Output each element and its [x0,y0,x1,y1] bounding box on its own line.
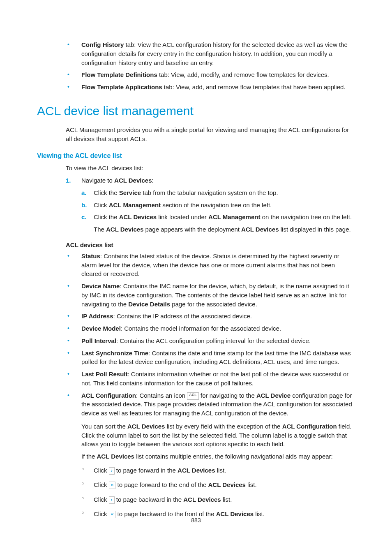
text: The [94,226,106,233]
text: page appears with the deployment [143,226,241,233]
text: Click the [94,189,119,196]
bold-label: IP Address [81,313,113,320]
text: Click [94,496,109,503]
text: You can sort the [81,423,127,430]
bold-label: ACL Devices [216,510,254,517]
acl-config-icon: ACL [187,392,199,400]
page-end-icon: » [109,482,116,489]
text: tab from the tabular navigation system o… [141,189,278,196]
alpha-list: Click the Service tab from the tabular n… [81,188,355,234]
list-item: Click › to page forward in the ACL Devic… [81,465,355,476]
bold-label: ACL Devices [241,226,279,233]
bold-label: ACL Configuration [81,392,136,399]
text: for navigating to the [199,392,256,399]
bold-label: Device Model [81,325,121,332]
sort-paragraph: You can sort the ACL Devices list by eve… [81,422,355,449]
list-item: Poll Interval: Contains the ACL configur… [66,336,355,345]
text: to page forward in the [115,467,178,474]
text: : Contains an icon [136,392,187,399]
text: : [152,177,153,184]
list-item: Flow Template Definitions tab: View, add… [66,70,355,79]
bold-label: ACL Devices [208,481,246,488]
text: list by every field with the exception o… [165,423,282,430]
bold-label: Device Name [81,283,120,290]
text: list contains multiple entries, the foll… [134,453,333,460]
list-item: Last Poll Result: Contains information w… [66,370,355,388]
numbered-list: Navigate to ACL Devices: Click the Servi… [66,176,355,234]
list-item: Click » to page forward to the end of th… [81,480,355,490]
document-page: Config History tab: View the ACL configu… [0,0,392,533]
heading-1: ACL device list management [37,104,355,118]
text: Click [94,510,109,517]
text: page for the associated device. [170,301,257,308]
nav-aids-list: Click › to page forward in the ACL Devic… [81,465,355,519]
text: If the [81,453,97,460]
nav-paragraph: If the ACL Devices list contains multipl… [81,452,355,461]
bold-label: ACL Devices [97,453,134,460]
intro-sub: To view the ACL devices list: [66,164,355,173]
list-item: ACL Configuration: Contains an icon ACL … [66,391,355,461]
list-item: Status: Contains the latest status of th… [66,252,355,278]
bold-label: ACL Configuration [282,423,337,430]
bold-label: Service [119,189,141,196]
bold-label: ACL Devices [178,467,215,474]
text: : Contains the model information for the… [121,325,281,332]
list-item: Last Synchronize Time: Contains the date… [66,349,355,367]
list-item: Click ‹ to page backward in the ACL Devi… [81,494,355,505]
text: Click [94,202,109,209]
page-forward-icon: › [109,467,115,475]
text: list. [254,510,265,517]
fields-list: Status: Contains the latest status of th… [66,252,355,461]
text: list displayed in this page. [279,226,351,233]
bold-label: ACL Devices [127,423,165,430]
heading-4: ACL devices list [66,241,355,248]
intro-paragraph: ACL Management provides you with a singl… [66,125,355,144]
text: on the navigation tree on the left. [260,213,352,220]
list-item: Click the ACL Devices link located under… [81,213,355,234]
text: Click [94,481,109,488]
bold-label: ACL Management [208,213,260,220]
text: list. [215,467,226,474]
text: to page backward in the [115,496,184,503]
bold-label: Config History [81,41,124,48]
page-backward-icon: ‹ [109,496,115,504]
list-item: Device Model: Contains the model informa… [66,324,355,333]
text: to page forward to the end of the [115,481,208,488]
heading-3: Viewing the ACL device list [37,152,355,160]
text: Click [94,467,109,474]
list-item: Navigate to ACL Devices: Click the Servi… [66,176,355,234]
list-item: Config History tab: View the ACL configu… [66,40,355,67]
bold-label: ACL Devices [183,496,221,503]
top-bullets: Config History tab: View the ACL configu… [66,40,355,92]
text: link located under [157,213,208,220]
bold-label: ACL Devices [119,213,157,220]
bold-label: Flow Template Applications [81,83,162,90]
bold-label: Status [81,253,100,260]
list-item: Flow Template Applications tab: View, ad… [66,83,355,92]
page-number: 883 [0,517,392,524]
result-line: The ACL Devices page appears with the de… [94,225,355,234]
text: Navigate to [81,177,114,184]
bold-label: ACL Devices [106,226,143,233]
text: : Contains the IP address of the associa… [113,313,252,320]
bold-label: ACL Device [256,392,291,399]
text: to page backward to the front of the [115,510,216,517]
text: tab: View, add, modify, and remove flow … [157,71,329,78]
bold-label: Poll Interval [81,337,116,344]
text: : Contains the latest status of the devi… [81,253,339,278]
text: : Contains the ACL configuration polling… [116,337,311,344]
text: list. [246,481,257,488]
text: Click the [94,213,119,220]
text: section of the navigation tree on the le… [161,202,272,209]
bold-label: ACL Management [109,202,161,209]
text: list. [221,496,232,503]
list-item: IP Address: Contains the IP address of t… [66,312,355,321]
list-item: Device Name: Contains the IMC name for t… [66,282,355,308]
bold-label: Last Synchronize Time [81,350,148,357]
list-item: Click the Service tab from the tabular n… [81,188,355,197]
bold-label: Flow Template Definitions [81,71,157,78]
bold-label: Last Poll Result [81,371,128,378]
text: tab: View, add, and remove flow template… [162,83,346,90]
list-item: Click ACL Management section of the navi… [81,201,355,210]
bold-label: Device Details [128,301,170,308]
